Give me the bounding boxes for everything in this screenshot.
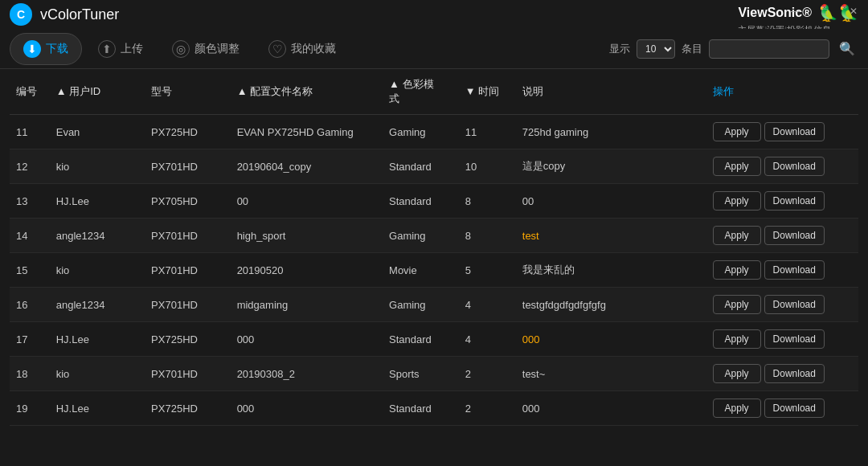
- window-controls: — □ ✕: [781, 0, 868, 22]
- cell-ops: ApplyDownload: [706, 322, 858, 357]
- tab-color-adjust[interactable]: ◎ 颜色调整: [159, 34, 252, 64]
- tab-download[interactable]: ⬇ 下载: [10, 33, 82, 65]
- download-button[interactable]: Download: [764, 122, 825, 141]
- cell-config: 20190308_2: [231, 357, 383, 391]
- cell-num: 16: [10, 288, 50, 322]
- col-header-colormode[interactable]: ▲ 色彩模式: [383, 69, 459, 115]
- apply-button[interactable]: Apply: [713, 191, 761, 211]
- download-button[interactable]: Download: [764, 364, 825, 383]
- cell-model: PX701HD: [145, 219, 231, 253]
- cell-num: 19: [10, 391, 50, 426]
- cell-model: PX701HD: [145, 253, 231, 288]
- cell-desc: 000: [516, 322, 706, 357]
- cell-num: 13: [10, 184, 50, 219]
- table-row: 12kioPX701HD20190604_copyStandard10這是cop…: [10, 149, 858, 184]
- col-header-userid[interactable]: ▲ 用户ID: [50, 69, 145, 115]
- cell-userid: angle1234: [50, 288, 145, 322]
- cell-time: 8: [459, 184, 516, 219]
- download-tab-icon: ⬇: [23, 40, 41, 58]
- download-button[interactable]: Download: [764, 260, 825, 280]
- cell-config: 000: [231, 322, 383, 357]
- minimize-button[interactable]: —: [781, 0, 810, 22]
- data-table: 编号 ▲ 用户ID 型号 ▲ 配置文件名称 ▲ 色彩模式 ▼ 时间 说明 操作 …: [10, 69, 858, 426]
- cell-num: 18: [10, 357, 50, 391]
- cell-model: PX701HD: [145, 357, 231, 391]
- cell-userid: HJ.Lee: [50, 391, 145, 426]
- download-button[interactable]: Download: [764, 329, 825, 349]
- cell-ops: ApplyDownload: [706, 253, 858, 288]
- cell-config: 20190520: [231, 253, 383, 288]
- maximize-button[interactable]: □: [810, 0, 839, 22]
- cell-ops: ApplyDownload: [706, 184, 858, 219]
- col-colormode-label: ▲ 色彩模式: [389, 78, 433, 104]
- apply-button[interactable]: Apply: [713, 295, 761, 314]
- cell-colormode: Standard: [383, 322, 459, 357]
- download-button[interactable]: Download: [764, 399, 825, 418]
- cell-userid: Evan: [50, 115, 145, 149]
- cell-userid: kio: [50, 253, 145, 288]
- search-button[interactable]: 🔍: [836, 41, 858, 56]
- cell-config: midgaming: [231, 288, 383, 322]
- show-label: 显示: [609, 42, 630, 56]
- cell-time: 4: [459, 322, 516, 357]
- tab-upload[interactable]: ⬆ 上传: [85, 34, 156, 64]
- cell-desc: 00: [516, 184, 706, 219]
- download-button[interactable]: Download: [764, 295, 825, 314]
- tab-favorites[interactable]: ♡ 我的收藏: [256, 34, 349, 64]
- cell-time: 2: [459, 391, 516, 426]
- cell-num: 12: [10, 149, 50, 184]
- search-input[interactable]: [709, 39, 829, 59]
- col-header-desc: 说明: [516, 69, 706, 115]
- show-count-select[interactable]: 10 20 50: [637, 39, 675, 59]
- apply-button[interactable]: Apply: [713, 226, 761, 245]
- tab-favorites-label: 我的收藏: [291, 42, 336, 56]
- favorites-tab-icon: ♡: [268, 40, 286, 58]
- download-button[interactable]: Download: [764, 226, 825, 245]
- upload-tab-icon: ⬆: [98, 40, 116, 58]
- cell-colormode: Gaming: [383, 219, 459, 253]
- apply-button[interactable]: Apply: [713, 329, 761, 349]
- cell-model: PX701HD: [145, 149, 231, 184]
- col-config-label: ▲ 配置文件名称: [237, 85, 313, 97]
- cell-config: high_sport: [231, 219, 383, 253]
- table-row: 16angle1234PX701HDmidgamingGaming4testgf…: [10, 288, 858, 322]
- col-header-num: 编号: [10, 69, 50, 115]
- col-header-time[interactable]: ▼ 时间: [459, 69, 516, 115]
- download-button[interactable]: Download: [764, 157, 825, 176]
- table-row: 11EvanPX725HDEVAN PX725HD GamingGaming11…: [10, 115, 858, 149]
- apply-button[interactable]: Apply: [713, 260, 761, 280]
- apply-button[interactable]: Apply: [713, 157, 761, 176]
- col-userid-label: ▲ 用户ID: [56, 85, 100, 97]
- cell-time: 11: [459, 115, 516, 149]
- close-button[interactable]: ✕: [839, 0, 868, 22]
- main-content: 编号 ▲ 用户ID 型号 ▲ 配置文件名称 ▲ 色彩模式 ▼ 时间 说明 操作 …: [0, 69, 868, 426]
- tabs-bar: ⬇ 下载 ⬆ 上传 ◎ 颜色调整 ♡ 我的收藏 显示 10 20 50 条目 🔍: [0, 29, 868, 69]
- cell-config: 000: [231, 391, 383, 426]
- cell-desc: 725hd gaming: [516, 115, 706, 149]
- cell-userid: angle1234: [50, 219, 145, 253]
- cell-desc: testgfdgdfgdfgfgfg: [516, 288, 706, 322]
- cell-time: 4: [459, 288, 516, 322]
- cell-time: 5: [459, 253, 516, 288]
- cell-model: PX705HD: [145, 184, 231, 219]
- app-logo: C: [10, 3, 32, 26]
- table-row: 17HJ.LeePX725HD000Standard4000ApplyDownl…: [10, 322, 858, 357]
- cell-colormode: Gaming: [383, 115, 459, 149]
- cell-colormode: Standard: [383, 149, 459, 184]
- cell-ops: ApplyDownload: [706, 149, 858, 184]
- cell-desc: 我是来乱的: [516, 253, 706, 288]
- download-button[interactable]: Download: [764, 191, 825, 211]
- col-header-config[interactable]: ▲ 配置文件名称: [231, 69, 383, 115]
- col-time-label: ▼ 时间: [465, 85, 499, 97]
- apply-button[interactable]: Apply: [713, 122, 761, 141]
- show-unit: 条目: [682, 42, 702, 56]
- cell-userid: kio: [50, 149, 145, 184]
- tab-upload-label: 上传: [121, 42, 143, 56]
- apply-button[interactable]: Apply: [713, 364, 761, 383]
- color-adjust-tab-icon: ◎: [172, 40, 190, 58]
- cell-ops: ApplyDownload: [706, 115, 858, 149]
- tab-download-label: 下载: [46, 42, 68, 56]
- cell-userid: kio: [50, 357, 145, 391]
- apply-button[interactable]: Apply: [713, 399, 761, 418]
- table-body: 11EvanPX725HDEVAN PX725HD GamingGaming11…: [10, 115, 858, 426]
